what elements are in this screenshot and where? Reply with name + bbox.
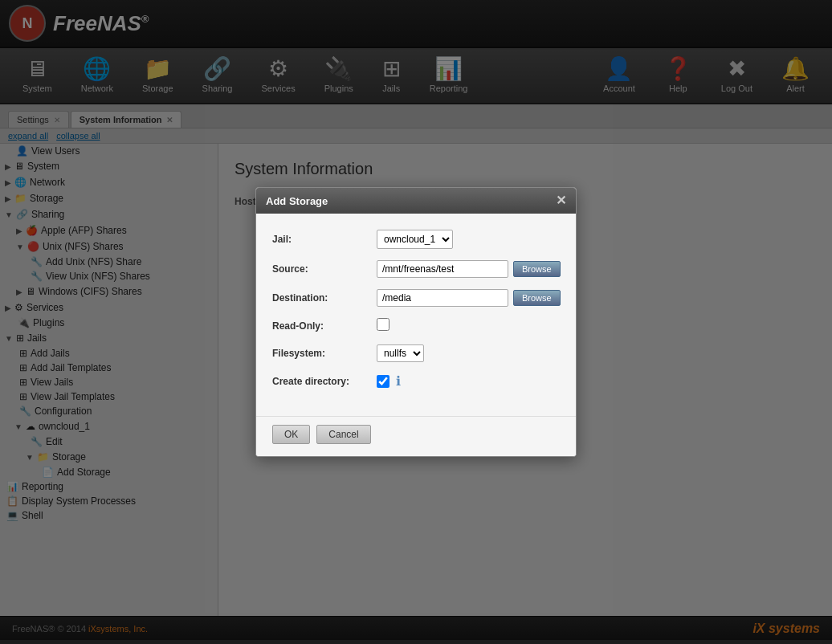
jail-row: Jail: owncloud_1	[272, 230, 560, 249]
create-directory-info-icon[interactable]: ℹ	[396, 373, 401, 389]
filesystem-select[interactable]: nullfs	[377, 344, 424, 362]
modal-footer: OK Cancel	[256, 416, 576, 456]
destination-label: Destination:	[272, 292, 377, 304]
destination-input[interactable]: /media	[377, 289, 508, 307]
add-storage-modal: Add Storage ✕ Jail: owncloud_1 Source: /…	[255, 187, 577, 457]
source-browse-button[interactable]: Browse	[513, 261, 561, 277]
source-label: Source:	[272, 263, 377, 275]
filesystem-control: nullfs	[377, 344, 560, 362]
modal-header: Add Storage ✕	[256, 188, 576, 214]
destination-browse-button[interactable]: Browse	[513, 290, 561, 306]
destination-control: /media Browse	[377, 289, 561, 307]
modal-title: Add Storage	[266, 195, 328, 207]
destination-row: Destination: /media Browse	[272, 289, 560, 307]
create-directory-control: ℹ	[377, 373, 560, 389]
cancel-button[interactable]: Cancel	[316, 425, 370, 444]
filesystem-label: Filesystem:	[272, 348, 377, 359]
source-row: Source: /mnt/freenas/test Browse	[272, 260, 560, 278]
readonly-control	[377, 318, 560, 333]
create-directory-label: Create directory:	[272, 376, 377, 387]
source-input[interactable]: /mnt/freenas/test	[377, 260, 508, 278]
readonly-checkbox[interactable]	[377, 318, 389, 331]
readonly-label: Read-Only:	[272, 320, 377, 332]
filesystem-row: Filesystem: nullfs	[272, 344, 560, 362]
jail-select-wrapper: owncloud_1	[377, 230, 560, 249]
ok-button[interactable]: OK	[272, 425, 310, 444]
modal-overlay: Add Storage ✕ Jail: owncloud_1 Source: /…	[0, 0, 832, 644]
create-directory-row: Create directory: ℹ	[272, 373, 560, 389]
modal-body: Jail: owncloud_1 Source: /mnt/freenas/te…	[256, 214, 576, 416]
jail-select[interactable]: owncloud_1	[377, 230, 453, 249]
jail-control: owncloud_1	[377, 230, 560, 249]
readonly-row: Read-Only:	[272, 318, 560, 333]
modal-close-button[interactable]: ✕	[556, 194, 566, 207]
create-directory-checkbox[interactable]	[377, 375, 389, 388]
source-control: /mnt/freenas/test Browse	[377, 260, 561, 278]
jail-label: Jail:	[272, 234, 377, 245]
